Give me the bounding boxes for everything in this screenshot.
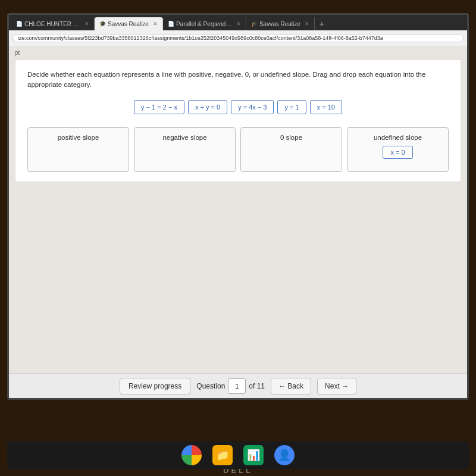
tab-2-close[interactable]: ✕ xyxy=(153,21,158,27)
category-undefined-slope[interactable]: undefined slope x = 0 xyxy=(347,127,449,172)
question-total: of 11 xyxy=(249,382,265,390)
address-bar-row: ize.com/community/classes/5f223bd739ba33… xyxy=(9,30,467,46)
category-negative-label: negative slope xyxy=(162,134,206,141)
equations-row: y − 1 = 2 − x x + y = 0 y = 4x − 3 y = 1… xyxy=(27,100,449,114)
tab-1-close[interactable]: ✕ xyxy=(84,21,89,27)
category-undefined-label: undefined slope xyxy=(374,134,422,141)
tab-3-icon: 📄 xyxy=(168,21,174,27)
tab-3[interactable]: 📄 Parallel & Perpendicular Lines ✕ xyxy=(163,17,246,30)
new-tab-button[interactable]: + xyxy=(315,17,329,30)
tab-4-close[interactable]: ✕ xyxy=(305,21,309,27)
tab-bar: 📄 CHLOE HUNTER - 2.5 Parallel an ✕ 🎓 Sav… xyxy=(9,15,467,30)
tab-4-icon: 🎓 xyxy=(251,21,258,27)
back-button[interactable]: ← Back xyxy=(271,378,311,394)
taskbar-chrome-icon[interactable] xyxy=(181,445,202,465)
address-bar[interactable]: ize.com/community/classes/5f223bd739ba33… xyxy=(12,34,464,42)
content-box: Decide whether each equation represents … xyxy=(15,60,461,182)
equation-chip-4[interactable]: y = 1 xyxy=(277,100,306,114)
tab-3-label: Parallel & Perpendicular Lines xyxy=(176,21,232,27)
question-nav: Question of 11 xyxy=(196,378,265,394)
next-button[interactable]: Next → xyxy=(317,378,356,394)
tab-4[interactable]: 🎓 Savvas Realize ✕ xyxy=(246,17,315,30)
instructions-text: Decide whether each equation represents … xyxy=(27,70,449,90)
tab-4-label: Savvas Realize xyxy=(259,21,300,27)
taskbar: 📁 📊 👤 xyxy=(7,441,469,469)
page-content: pt Decide whether each equation represen… xyxy=(9,46,467,373)
browser-chrome: 📄 CHLOE HUNTER - 2.5 Parallel an ✕ 🎓 Sav… xyxy=(9,15,467,46)
taskbar-sheets-icon[interactable]: 📊 xyxy=(243,445,264,465)
question-number-input[interactable] xyxy=(228,378,246,394)
category-zero-slope[interactable]: 0 slope xyxy=(240,127,342,172)
question-label: Question xyxy=(196,382,225,390)
equation-chip-5[interactable]: x = 10 xyxy=(310,100,342,114)
tab-1-icon: 📄 xyxy=(16,21,23,27)
category-positive-label: positive slope xyxy=(58,134,99,141)
placed-chip-x-equals-0[interactable]: x = 0 xyxy=(383,146,412,159)
bottom-nav-bar: Review progress Question of 11 ← Back Ne… xyxy=(9,373,467,398)
tab-3-close[interactable]: ✕ xyxy=(236,21,241,27)
equation-chip-2[interactable]: x + y = 0 xyxy=(188,100,227,114)
breadcrumb: pt xyxy=(15,49,20,56)
tab-1-label: CHLOE HUNTER - 2.5 Parallel an xyxy=(24,21,80,27)
category-negative-slope[interactable]: negative slope xyxy=(134,127,236,172)
categories-row: positive slope negative slope 0 slope un… xyxy=(27,127,449,172)
tab-1[interactable]: 📄 CHLOE HUNTER - 2.5 Parallel an ✕ xyxy=(11,17,95,30)
category-zero-label: 0 slope xyxy=(280,134,302,141)
tab-2-icon: 🎓 xyxy=(99,21,106,27)
review-progress-button[interactable]: Review progress xyxy=(120,378,190,394)
tab-2-label: Savvas Realize xyxy=(108,21,149,27)
equation-chip-1[interactable]: y − 1 = 2 − x xyxy=(134,100,184,114)
tab-2[interactable]: 🎓 Savvas Realize ✕ xyxy=(95,17,163,30)
equation-chip-3[interactable]: y = 4x − 3 xyxy=(231,100,274,114)
breadcrumb-bar: pt xyxy=(11,48,465,57)
category-positive-slope[interactable]: positive slope xyxy=(27,127,129,172)
taskbar-people-icon[interactable]: 👤 xyxy=(274,445,295,465)
taskbar-files-icon[interactable]: 📁 xyxy=(212,445,233,465)
